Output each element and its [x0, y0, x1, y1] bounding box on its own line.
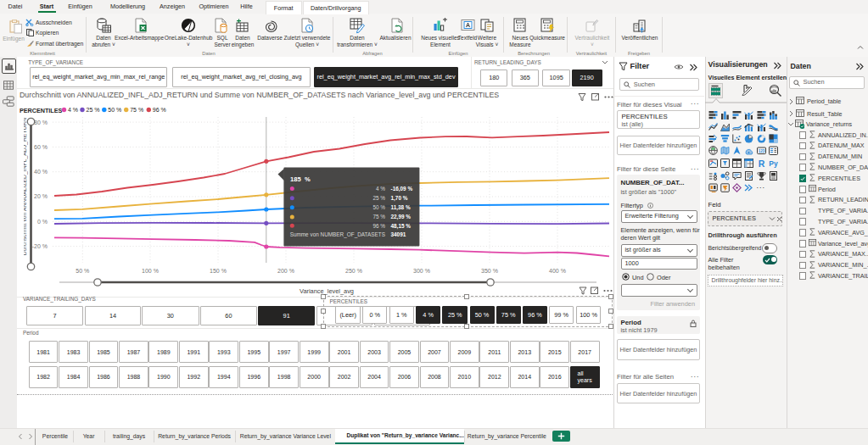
svg-text:100 %: 100 %	[142, 268, 159, 274]
svg-text:1,70 %: 1,70 %	[391, 195, 408, 202]
svg-text:200 %: 200 %	[277, 268, 294, 274]
svg-text:185 %: 185 %	[290, 175, 311, 183]
svg-text:50 %: 50 %	[372, 204, 385, 210]
svg-text:4 %: 4 %	[68, 107, 78, 113]
svg-text:0 %: 0 %	[37, 219, 48, 225]
svg-text:11,38 %: 11,38 %	[391, 204, 411, 211]
svg-text:22,99 %: 22,99 %	[391, 214, 412, 220]
svg-text:20 %: 20 %	[34, 193, 48, 199]
svg-text:Summe von NUMBER_OF_DATASETS: Summe von NUMBER_OF_DATASETS	[290, 231, 385, 238]
svg-text:96 %: 96 %	[372, 223, 385, 229]
svg-text:Py: Py	[769, 159, 778, 168]
svg-text:96 %: 96 %	[153, 107, 166, 113]
svg-text:80 %: 80 %	[34, 120, 48, 125]
svg-text:123: 123	[758, 149, 764, 153]
svg-text:150 %: 150 %	[210, 268, 227, 274]
svg-text:Variance_level_avg: Variance_level_avg	[300, 287, 354, 295]
svg-text:300 %: 300 %	[413, 268, 430, 274]
svg-text:350 %: 350 %	[481, 268, 498, 274]
svg-text:R: R	[758, 159, 764, 168]
svg-text:75 %: 75 %	[130, 107, 143, 113]
svg-text:4 %: 4 %	[376, 186, 385, 192]
svg-text:250 %: 250 %	[345, 268, 362, 274]
svg-text:400 %: 400 %	[549, 268, 566, 274]
svg-text:50 %: 50 %	[76, 268, 89, 274]
svg-text:Durchschnitt von ANNUALIZED_IN: Durchschnitt von ANNUALIZED_INFL_ADJ_RET…	[24, 118, 28, 256]
svg-text:34091: 34091	[391, 231, 406, 237]
svg-text:50 %: 50 %	[108, 107, 121, 113]
svg-text:40 %: 40 %	[34, 169, 48, 175]
svg-text:75 %: 75 %	[372, 214, 385, 220]
svg-text:60 %: 60 %	[34, 144, 48, 150]
svg-text:25 %: 25 %	[372, 195, 385, 201]
svg-text:-16,09 %: -16,09 %	[391, 186, 413, 192]
svg-text:48,15 %: 48,15 %	[391, 223, 412, 230]
svg-text:-20 %: -20 %	[32, 243, 48, 249]
svg-text:25 %: 25 %	[87, 107, 100, 113]
